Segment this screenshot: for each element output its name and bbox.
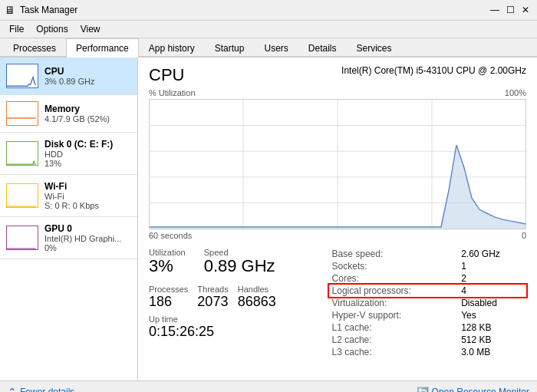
table-row: L1 cache:128 KB xyxy=(329,321,526,334)
sidebar-item-wifi[interactable]: Wi-Fi Wi-Fi S: 0 R: 0 Kbps xyxy=(0,175,137,217)
stat-label: L2 cache: xyxy=(329,334,459,346)
cpu-detail: 3% 0.89 GHz xyxy=(44,77,131,86)
table-row: L3 cache:3.0 MB xyxy=(329,346,526,358)
sidebar: CPU 3% 0.89 GHz Memory 4.1/7.9 GB (52%) xyxy=(0,58,138,380)
open-resource-monitor-button[interactable]: 🔄 Open Resource Monitor xyxy=(417,387,529,393)
resource-monitor-icon: 🔄 xyxy=(417,387,429,393)
fewer-details-button[interactable]: ⌃ Fewer details xyxy=(8,386,74,392)
cpu-details-table: Base speed:2.60 GHzSockets:1Cores:2Logic… xyxy=(329,248,526,358)
disk-detail1: HDD xyxy=(44,150,131,159)
chart-y-label: % Utilization xyxy=(149,88,196,97)
mem-thumb xyxy=(6,101,38,126)
sidebar-item-disk[interactable]: Disk 0 (C: E: F:) HDD 13% xyxy=(0,133,137,175)
wifi-detail1: Wi-Fi xyxy=(44,192,131,201)
cpu-content: CPU Intel(R) Core(TM) i5-4310U CPU @ 2.0… xyxy=(138,58,537,380)
tab-performance[interactable]: Performance xyxy=(66,38,139,58)
cpu-chart xyxy=(149,99,526,229)
wifi-name: Wi-Fi xyxy=(44,181,131,192)
table-row: L2 cache:512 KB xyxy=(329,334,526,346)
cpu-thumb xyxy=(6,64,38,88)
app-title: Task Manager xyxy=(20,5,77,15)
title-bar-left: 🖥 Task Manager xyxy=(5,4,77,16)
stat-label: Hyper-V support: xyxy=(329,309,459,321)
table-row: Hyper-V support:Yes xyxy=(329,309,526,321)
stats-area: Utilization 3% Speed 0.89 GHz Processes … xyxy=(149,248,526,358)
wifi-thumb xyxy=(6,183,38,208)
table-row: Cores:2 xyxy=(329,272,526,285)
disk-detail2: 13% xyxy=(44,159,131,168)
stat-value: 128 KB xyxy=(458,321,526,334)
stat-label: L1 cache: xyxy=(329,321,459,334)
wifi-detail2: S: 0 R: 0 Kbps xyxy=(44,201,131,210)
handles-value: 86863 xyxy=(238,294,276,310)
cpu-name: CPU xyxy=(44,66,131,77)
gpu-detail1: Intel(R) HD Graphi... xyxy=(44,234,131,243)
stat-value: 2.60 GHz xyxy=(458,248,526,260)
chart-y-max: 100% xyxy=(505,88,526,97)
chart-labels: % Utilization 100% xyxy=(149,88,526,97)
stat-label: Cores: xyxy=(329,272,459,285)
disk-thumb xyxy=(6,141,38,166)
close-button[interactable]: ✕ xyxy=(519,3,532,17)
table-row: Logical processors:4 xyxy=(329,285,526,297)
sidebar-item-memory[interactable]: Memory 4.1/7.9 GB (52%) xyxy=(0,95,137,133)
gpu-name: GPU 0 xyxy=(44,223,131,234)
chart-area: % Utilization 100% xyxy=(149,88,526,240)
processes-stat: Processes 186 xyxy=(149,285,188,310)
menu-view[interactable]: View xyxy=(74,22,107,36)
stat-value: Disabled xyxy=(458,297,526,309)
title-bar: 🖥 Task Manager — ☐ ✕ xyxy=(0,0,537,21)
threads-stat: Threads 2073 xyxy=(197,285,228,310)
stat-label: Logical processors: xyxy=(329,285,459,297)
menu-options[interactable]: Options xyxy=(30,22,74,36)
mem-detail: 4.1/7.9 GB (52%) xyxy=(44,114,131,124)
cpu-chart-svg xyxy=(150,100,525,229)
tab-processes[interactable]: Processes xyxy=(3,38,66,58)
uptime-value: 0:15:26:25 xyxy=(149,324,314,340)
handles-label: Handles xyxy=(238,285,276,294)
stat-value: Yes xyxy=(458,309,526,321)
cpu-header: CPU Intel(R) Core(TM) i5-4310U CPU @ 2.0… xyxy=(149,65,526,85)
processes-label: Processes xyxy=(149,285,188,294)
stat-value: 1 xyxy=(458,260,526,272)
menu-file[interactable]: File xyxy=(3,22,30,36)
footer: ⌃ Fewer details 🔄 Open Resource Monitor xyxy=(0,380,537,392)
table-row: Base speed:2.60 GHz xyxy=(329,248,526,260)
chevron-up-icon: ⌃ xyxy=(8,386,17,392)
table-row: Sockets:1 xyxy=(329,260,526,272)
stats-right: Base speed:2.60 GHzSockets:1Cores:2Logic… xyxy=(329,248,526,358)
tab-users[interactable]: Users xyxy=(254,38,298,58)
main-area: CPU 3% 0.89 GHz Memory 4.1/7.9 GB (52%) xyxy=(0,58,537,380)
tab-startup[interactable]: Startup xyxy=(205,38,255,58)
tab-services[interactable]: Services xyxy=(347,38,402,58)
gpu-info: GPU 0 Intel(R) HD Graphi... 0% xyxy=(44,223,131,252)
tab-bar: Processes Performance App history Startu… xyxy=(0,38,537,58)
cpu-info: CPU 3% 0.89 GHz xyxy=(44,66,131,86)
stat-label: Virtualization: xyxy=(329,297,459,309)
gpu-detail2: 0% xyxy=(44,243,131,252)
chart-time-label: 60 seconds xyxy=(149,231,192,240)
stat-value: 4 xyxy=(458,285,526,297)
sidebar-item-gpu[interactable]: GPU 0 Intel(R) HD Graphi... 0% xyxy=(0,217,137,259)
uptime-label: Up time xyxy=(149,315,314,324)
threads-value: 2073 xyxy=(197,294,228,310)
speed-value: 0.89 GHz xyxy=(204,257,275,275)
utilization-stat: Utilization 3% xyxy=(149,248,186,275)
fewer-details-label: Fewer details xyxy=(20,387,74,392)
mem-name: Memory xyxy=(44,104,131,114)
handles-stat: Handles 86863 xyxy=(238,285,276,310)
minimize-button[interactable]: — xyxy=(488,3,502,17)
wifi-info: Wi-Fi Wi-Fi S: 0 R: 0 Kbps xyxy=(44,181,131,210)
tab-app-history[interactable]: App history xyxy=(139,38,205,58)
stats-left: Utilization 3% Speed 0.89 GHz Processes … xyxy=(149,248,314,358)
table-row: Virtualization:Disabled xyxy=(329,297,526,309)
processes-value: 186 xyxy=(149,294,188,310)
stat-value: 512 KB xyxy=(458,334,526,346)
mem-info: Memory 4.1/7.9 GB (52%) xyxy=(44,104,131,124)
maximize-button[interactable]: ☐ xyxy=(503,3,517,17)
title-bar-controls: — ☐ ✕ xyxy=(488,3,532,17)
tab-details[interactable]: Details xyxy=(298,38,347,58)
utilization-value: 3% xyxy=(149,257,186,275)
sidebar-item-cpu[interactable]: CPU 3% 0.89 GHz xyxy=(0,58,137,95)
threads-label: Threads xyxy=(197,285,228,294)
